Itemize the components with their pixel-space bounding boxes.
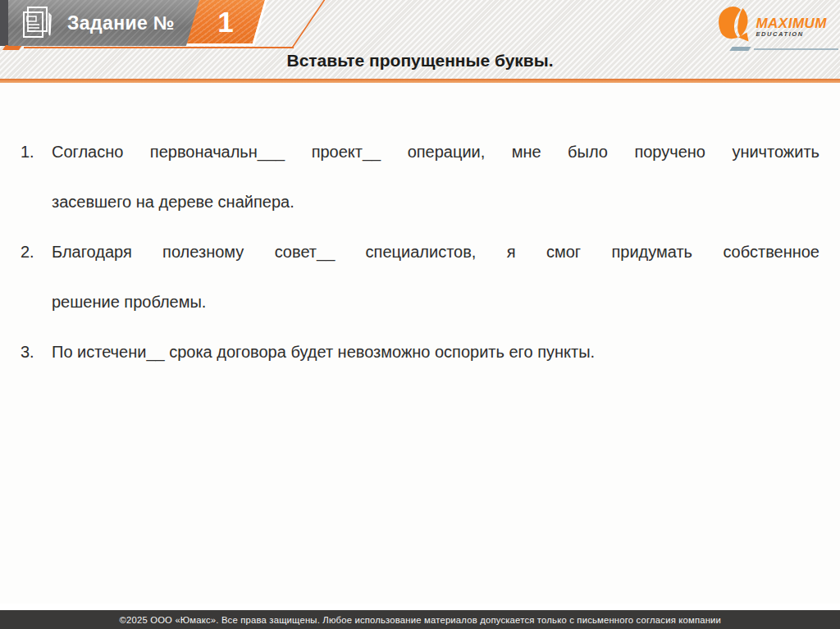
item-number: 2.	[21, 227, 52, 327]
item-text: По истечени__ срока договора будет невоз…	[52, 327, 819, 377]
item-text: Согласно первоначальн___ проект__ операц…	[52, 127, 819, 227]
banner-edge-strip	[0, 0, 8, 46]
item-number: 3.	[21, 327, 52, 377]
item-text: Благодаря полезному совет__ специалистов…	[52, 227, 819, 327]
item-line: решение проблемы.	[52, 277, 819, 327]
logo-rule-dash	[729, 47, 751, 51]
copyright-text: ©2025 ООО «Юмакс». Все права защищены. Л…	[119, 615, 721, 625]
header-divider-line	[0, 79, 840, 83]
task-item: 2. Благодаря полезному совет__ специалис…	[21, 227, 819, 327]
brand-text: MAXIMUM EDUCATION	[756, 16, 827, 38]
task-number: 1	[218, 6, 234, 39]
item-line: Согласно первоначальн___ проект__ операц…	[52, 127, 819, 177]
maximum-hand-icon	[715, 4, 751, 43]
slide-title: Вставьте пропущенные буквы.	[0, 51, 840, 71]
footer-bar: ©2025 ООО «Юмакс». Все права защищены. Л…	[0, 610, 840, 629]
task-banner: Задание №	[8, 0, 205, 46]
task-item: 1. Согласно первоначальн___ проект__ опе…	[21, 127, 819, 227]
accent-underline	[24, 47, 294, 48]
document-pen-icon	[21, 6, 55, 40]
task-banner-label: Задание №	[67, 12, 175, 34]
item-line: По истечени__ срока договора будет невоз…	[52, 327, 819, 377]
item-line: засевшего на дереве снайпера.	[52, 177, 819, 227]
item-line: Благодаря полезному совет__ специалистов…	[52, 227, 819, 277]
task-list: 1. Согласно первоначальн___ проект__ опе…	[21, 127, 819, 377]
brand-logo: MAXIMUM EDUCATION	[715, 4, 827, 43]
task-number-badge: 1	[186, 0, 267, 46]
footer-gap	[0, 604, 840, 610]
item-number: 1.	[21, 127, 52, 227]
logo-rule-line	[754, 48, 838, 50]
brand-name: MAXIMUM	[756, 16, 827, 30]
brand-subtitle: EDUCATION	[756, 30, 827, 38]
task-item: 3. По истечени__ срока договора будет не…	[21, 327, 819, 377]
